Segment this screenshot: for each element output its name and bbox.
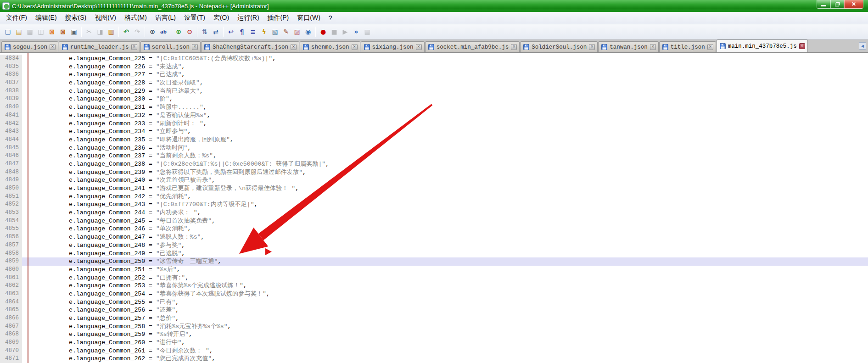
code-line[interactable]: e.language_Common_233 = "刷新倒计时： ",	[22, 120, 868, 128]
line-number[interactable]: 4840	[0, 103, 22, 112]
line-number[interactable]: 4859	[0, 257, 22, 266]
code-line[interactable]: e.language_Common_249 = "已逃脱",	[22, 250, 868, 258]
menu-item-w[interactable]: 窗口(W)	[293, 12, 325, 24]
play-macro-icon[interactable]: ▶	[340, 27, 350, 37]
line-number[interactable]: 4864	[0, 298, 22, 307]
file-tab-socket-min-afab9be-js[interactable]: socket.min_afab9be.js ×	[425, 41, 520, 52]
paste-icon[interactable]: ▥	[106, 27, 116, 37]
save-macro-icon[interactable]: ▦	[362, 27, 372, 37]
tab-close-icon[interactable]: ×	[50, 44, 56, 50]
line-number[interactable]: 4869	[0, 339, 22, 347]
document-map-icon[interactable]: ▧	[270, 27, 280, 37]
menu-item-t[interactable]: 设置(T)	[180, 12, 209, 24]
line-number[interactable]: 4837	[0, 79, 22, 87]
line-number[interactable]: 4857	[0, 241, 22, 250]
file-tab-shenmo-json[interactable]: shenmo.json ×	[300, 41, 360, 52]
tab-close-icon[interactable]: ×	[352, 44, 358, 50]
print-icon[interactable]: ▣	[69, 27, 79, 37]
menu-item-f[interactable]: 文件(F)	[2, 12, 31, 24]
code-line[interactable]: e.language_Common_238 = "|C:0x28ee01&T:%…	[22, 160, 868, 168]
file-tab-main-min-437b78e5-js[interactable]: main.min_437b78e5.js ×	[717, 39, 808, 52]
tab-close-icon[interactable]: ×	[650, 44, 656, 50]
undo-icon[interactable]: ↶	[121, 27, 131, 37]
find-icon[interactable]: ⊙	[147, 27, 157, 37]
code-line[interactable]: e.language_Common_250 = "冰雪传奇 三端互通",	[22, 257, 868, 266]
code-line[interactable]: e.language_Common_255 = "已有",	[22, 298, 868, 307]
line-number[interactable]: 4863	[0, 290, 22, 298]
file-tab-sogou-json[interactable]: sogou.json ×	[1, 41, 58, 52]
code-line[interactable]: e.language_Common_227 = "已达成",	[22, 71, 868, 79]
code-line[interactable]: e.language_Common_258 = "消耗%s元宝补齐%s个%s",	[22, 323, 868, 331]
replace-icon[interactable]: ab	[158, 27, 168, 37]
line-number[interactable]: 4847	[0, 160, 22, 168]
code-line[interactable]: e.language_Common_240 = "次元首领已被击杀",	[22, 176, 868, 184]
code-line[interactable]: e.language_Common_235 = "即将退出跨服，回到原服",	[22, 136, 868, 144]
code-line[interactable]: e.language_Common_243 = "|C:0xff7700&T:内…	[22, 201, 868, 209]
stop-macro-icon[interactable]: ■	[329, 27, 339, 37]
line-number[interactable]: 4849	[0, 176, 22, 184]
code-line[interactable]: e.language_Common_254 = "恭喜你获得了本次逃脱试炼的参与…	[22, 290, 868, 298]
code-editor[interactable]: 4834 e.language_Common_225 = "|C:0x1EC60…	[0, 53, 868, 363]
tab-close-icon[interactable]: ×	[291, 44, 297, 50]
line-number[interactable]: 4843	[0, 128, 22, 136]
code-line[interactable]: e.language_Common_236 = "活动时间",	[22, 144, 868, 152]
code-line[interactable]: e.language_Common_226 = "未达成",	[22, 63, 868, 71]
record-macro-icon[interactable]: ●	[318, 27, 328, 37]
redo-icon[interactable]: ↷	[132, 27, 142, 37]
line-number[interactable]: 4846	[0, 152, 22, 160]
open-file-icon[interactable]: ▤	[14, 27, 24, 37]
file-tab-runtime-loader-js[interactable]: runtime_loader.js ×	[59, 41, 140, 52]
line-number[interactable]: 4855	[0, 225, 22, 233]
code-line[interactable]: e.language_Common_230 = "阶",	[22, 95, 868, 103]
tab-scroll-left-button[interactable]: ◄	[859, 42, 866, 50]
save-file-icon[interactable]: ▦	[25, 27, 35, 37]
code-line[interactable]: e.language_Common_225 = "|C:0x1EC605&T:(…	[22, 55, 868, 63]
menu-item-p[interactable]: 插件(P)	[263, 12, 293, 24]
minimize-button[interactable]	[817, 0, 830, 9]
file-tab-scroll-json[interactable]: scroll.json ×	[140, 41, 201, 52]
menu-item-v[interactable]: 视图(V)	[90, 12, 120, 24]
tab-close-icon[interactable]: ×	[589, 44, 595, 50]
line-number[interactable]: 4835	[0, 63, 22, 71]
code-line[interactable]: e.language_Common_262 = "您已完成再次充值",	[22, 355, 868, 363]
code-line[interactable]: e.language_Common_229 = "当前已达最大",	[22, 87, 868, 95]
code-line[interactable]: e.language_Common_260 = "进行中",	[22, 339, 868, 347]
code-line[interactable]: e.language_Common_251 = "%s后",	[22, 266, 868, 274]
line-number[interactable]: 4865	[0, 306, 22, 314]
menu-item-s[interactable]: 搜索(S)	[61, 12, 91, 24]
cut-icon[interactable]: ✂	[84, 27, 94, 37]
view-monitor-icon[interactable]: ◉	[303, 27, 313, 37]
line-number[interactable]: 4861	[0, 274, 22, 282]
code-line[interactable]: e.language_Common_259 = "%s转开启",	[22, 330, 868, 339]
menu-item-r[interactable]: 运行(R)	[233, 12, 263, 24]
line-number[interactable]: 4854	[0, 217, 22, 225]
file-tab-shachengstarcraft-json[interactable]: ShaChengStarcraft.json ×	[201, 41, 299, 52]
line-number[interactable]: 4836	[0, 71, 22, 79]
line-number[interactable]: 4848	[0, 168, 22, 177]
doc-switcher-icon[interactable]: ▨	[292, 27, 302, 37]
code-line[interactable]: e.language_Common_228 = "次日登录领取",	[22, 79, 868, 87]
code-line[interactable]: e.language_Common_247 = "逃脱人数：%s",	[22, 233, 868, 241]
code-line[interactable]: e.language_Common_246 = "单次消耗",	[22, 225, 868, 233]
line-number[interactable]: 4868	[0, 330, 22, 339]
show-all-characters-icon[interactable]: ¶	[237, 27, 247, 37]
new-file-icon[interactable]: ▢	[3, 27, 13, 37]
code-line[interactable]: e.language_Common_261 = "今日剩余次数： ",	[22, 347, 868, 355]
line-number[interactable]: 4862	[0, 282, 22, 290]
code-line[interactable]: e.language_Common_241 = "游戏已更新，建议重新登录，\n…	[22, 184, 868, 193]
run-macro-multiple-icon[interactable]: »	[351, 27, 361, 37]
function-list-icon[interactable]: ϟ	[259, 27, 269, 37]
line-number[interactable]: 4852	[0, 201, 22, 209]
code-line[interactable]: e.language_Common_245 = "每日首次抽奖免费",	[22, 217, 868, 225]
zoom-out-icon[interactable]: ⊖	[185, 27, 195, 37]
line-number[interactable]: 4851	[0, 193, 22, 201]
line-number[interactable]: 4858	[0, 250, 22, 258]
tab-close-icon[interactable]: ×	[511, 44, 517, 50]
close-button[interactable]: ✕	[844, 0, 863, 9]
line-number[interactable]: 4841	[0, 112, 22, 120]
code-line[interactable]: e.language_Common_237 = "当前剩余人数：%s",	[22, 152, 868, 160]
close-file-icon[interactable]: ⊠	[47, 27, 57, 37]
tab-close-icon[interactable]: ×	[131, 44, 137, 50]
save-all-icon[interactable]: ◫	[36, 27, 46, 37]
sync-scroll-vertical-icon[interactable]: ⇅	[200, 27, 210, 37]
